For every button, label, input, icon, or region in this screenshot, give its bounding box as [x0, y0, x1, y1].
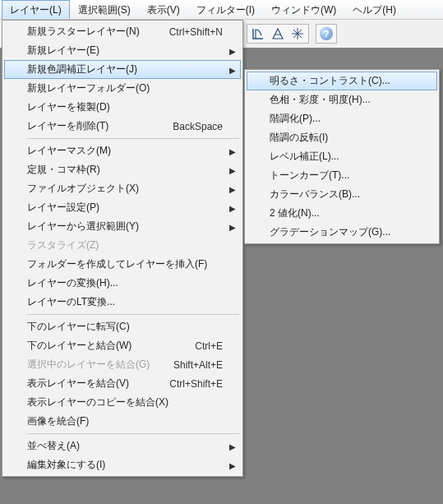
- menu-separator: [27, 433, 239, 434]
- menu-window[interactable]: ウィンドウ(W): [263, 0, 344, 19]
- menu-item-label: 表示レイヤーのコピーを結合(X): [27, 395, 223, 409]
- menu-item-label: ファイルオブジェクト(X): [27, 182, 223, 196]
- menu-item-label: 選択中のレイヤーを結合(G): [27, 358, 154, 372]
- menu-item-label: レイヤーを削除(T): [27, 119, 153, 133]
- menu-item-label: 色相・彩度・明度(H)...: [270, 93, 419, 107]
- submenu-hue-saturation[interactable]: 色相・彩度・明度(H)...: [247, 90, 437, 109]
- menu-item-label: 下のレイヤーと結合(W): [27, 339, 175, 353]
- menu-item-label: 新規レイヤー(E): [27, 44, 223, 58]
- submenu-posterize[interactable]: 階調化(P)...: [247, 109, 437, 128]
- menu-delete-layer[interactable]: レイヤーを削除(T) BackSpace: [4, 117, 241, 136]
- submenu-brightness-contrast[interactable]: 明るさ・コントラスト(C)...: [247, 72, 437, 90]
- submenu-binarize[interactable]: 2 値化(N)...: [247, 204, 437, 223]
- menu-new-raster-layer[interactable]: 新規ラスターレイヤー(N) Ctrl+Shift+N: [4, 22, 241, 41]
- help-icon: ?: [320, 27, 333, 40]
- menu-item-accel: Ctrl+E: [195, 340, 223, 352]
- correction-layer-submenu: 明るさ・コントラスト(C)... 色相・彩度・明度(H)... 階調化(P)..…: [244, 69, 440, 244]
- menu-layer-settings[interactable]: レイヤー設定(P) ▶: [4, 198, 241, 217]
- menu-item-accel: BackSpace: [173, 121, 223, 132]
- menu-separator: [27, 138, 239, 139]
- menu-help[interactable]: ヘルプ(H): [344, 0, 404, 19]
- menu-item-accel: Shift+Alt+E: [173, 359, 223, 371]
- menu-item-label: レイヤー設定(P): [27, 201, 223, 215]
- submenu-gradient-map[interactable]: グラデーションマップ(G)...: [247, 223, 437, 242]
- menubar: レイヤー(L) 選択範囲(S) 表示(V) フィルター(I) ウィンドウ(W) …: [0, 0, 443, 20]
- menu-item-label: 階調化(P)...: [270, 112, 419, 126]
- menu-convert-layer[interactable]: レイヤーの変換(H)...: [4, 274, 241, 293]
- menu-filter[interactable]: フィルター(I): [188, 0, 263, 19]
- menu-set-as-edit-target[interactable]: 編集対象にする(I) ▶: [4, 455, 241, 474]
- menu-new-correction-layer[interactable]: 新規色調補正レイヤー(J) ▶: [4, 60, 241, 79]
- snap-perspective-icon[interactable]: [268, 25, 288, 42]
- menu-item-label: フォルダーを作成してレイヤーを挿入(F): [27, 257, 223, 271]
- menu-item-label: レイヤーから選択範囲(Y): [27, 220, 223, 234]
- menu-item-label: 新規ラスターレイヤー(N): [27, 25, 150, 39]
- menu-rasterize: ラスタライズ(Z): [4, 236, 241, 255]
- menu-item-label: 新規レイヤーフォルダー(O): [27, 81, 223, 95]
- menu-item-label: 新規色調補正レイヤー(J): [27, 62, 223, 76]
- submenu-arrow-icon: ▶: [229, 222, 236, 231]
- menu-item-label: トーンカーブ(T)...: [270, 169, 419, 183]
- submenu-arrow-icon: ▶: [229, 460, 236, 469]
- menu-item-label: レイヤーの変換(H)...: [27, 276, 223, 290]
- help-button[interactable]: ?: [316, 24, 337, 44]
- menu-item-label: 明るさ・コントラスト(C)...: [270, 74, 419, 88]
- submenu-arrow-icon: ▶: [229, 46, 236, 55]
- menu-item-label: カラーバランス(B)...: [270, 187, 419, 201]
- menu-new-layer-folder[interactable]: 新規レイヤーフォルダー(O): [4, 79, 241, 98]
- menu-new-layer[interactable]: 新規レイヤー(E) ▶: [4, 41, 241, 60]
- snap-grid-icon[interactable]: [288, 25, 307, 42]
- menu-item-label: 定規・コマ枠(R): [27, 163, 223, 177]
- menu-arrange[interactable]: 並べ替え(A) ▶: [4, 437, 241, 455]
- menu-ruler-frame[interactable]: 定規・コマ枠(R) ▶: [4, 160, 241, 179]
- menu-item-label: 画像を統合(F): [27, 414, 223, 428]
- menu-lt-convert-layer[interactable]: レイヤーのLT変換...: [4, 293, 241, 312]
- snap-ruler-icon[interactable]: [248, 25, 268, 42]
- menu-merge-selected: 選択中のレイヤーを結合(G) Shift+Alt+E: [4, 355, 241, 374]
- menu-item-label: レイヤーマスク(M): [27, 144, 223, 158]
- menu-item-label: ラスタライズ(Z): [27, 238, 223, 252]
- submenu-levels[interactable]: レベル補正(L)...: [247, 147, 437, 166]
- menu-selection[interactable]: 選択範囲(S): [70, 0, 139, 19]
- snap-tool-group: [247, 24, 309, 44]
- menu-item-accel: Ctrl+Shift+N: [169, 26, 223, 38]
- menu-item-label: 並べ替え(A): [27, 439, 223, 453]
- layer-menu: 新規ラスターレイヤー(N) Ctrl+Shift+N 新規レイヤー(E) ▶ 新…: [2, 20, 243, 477]
- submenu-arrow-icon: ▶: [229, 184, 236, 193]
- menu-transfer-to-lower[interactable]: 下のレイヤーに転写(C): [4, 317, 241, 336]
- menu-item-accel: Ctrl+Shift+E: [169, 378, 223, 390]
- menu-item-label: 編集対象にする(I): [27, 458, 223, 472]
- submenu-arrow-icon: ▶: [229, 65, 236, 74]
- submenu-color-balance[interactable]: カラーバランス(B)...: [247, 185, 437, 204]
- menu-create-folder-insert-layer[interactable]: フォルダーを作成してレイヤーを挿入(F): [4, 255, 241, 274]
- submenu-arrow-icon: ▶: [229, 203, 236, 212]
- menu-item-label: レベル補正(L)...: [270, 150, 419, 164]
- menu-item-label: 2 値化(N)...: [270, 206, 419, 220]
- submenu-tone-curve[interactable]: トーンカーブ(T)...: [247, 166, 437, 185]
- menu-layer-mask[interactable]: レイヤーマスク(M) ▶: [4, 141, 241, 160]
- menu-item-label: レイヤーを複製(D): [27, 100, 223, 114]
- menu-item-label: 下のレイヤーに転写(C): [27, 320, 223, 334]
- menu-selection-from-layer[interactable]: レイヤーから選択範囲(Y) ▶: [4, 217, 241, 236]
- menu-flatten-image[interactable]: 画像を統合(F): [4, 412, 241, 431]
- menu-merge-visible-copy[interactable]: 表示レイヤーのコピーを結合(X): [4, 393, 241, 412]
- menu-file-object[interactable]: ファイルオブジェクト(X) ▶: [4, 179, 241, 198]
- menu-item-label: レイヤーのLT変換...: [27, 295, 223, 309]
- menu-duplicate-layer[interactable]: レイヤーを複製(D): [4, 98, 241, 117]
- menu-layer[interactable]: レイヤー(L): [2, 0, 70, 19]
- submenu-arrow-icon: ▶: [229, 146, 236, 155]
- submenu-arrow-icon: ▶: [229, 165, 236, 174]
- menu-view[interactable]: 表示(V): [139, 0, 188, 19]
- submenu-invert[interactable]: 階調の反転(I): [247, 128, 437, 147]
- menu-item-label: グラデーションマップ(G)...: [270, 225, 419, 239]
- menu-merge-with-lower[interactable]: 下のレイヤーと結合(W) Ctrl+E: [4, 336, 241, 355]
- menu-separator: [27, 314, 239, 315]
- menu-item-label: 階調の反転(I): [270, 131, 419, 145]
- menu-merge-visible[interactable]: 表示レイヤーを結合(V) Ctrl+Shift+E: [4, 374, 241, 393]
- submenu-arrow-icon: ▶: [229, 442, 236, 451]
- menu-item-label: 表示レイヤーを結合(V): [27, 377, 150, 391]
